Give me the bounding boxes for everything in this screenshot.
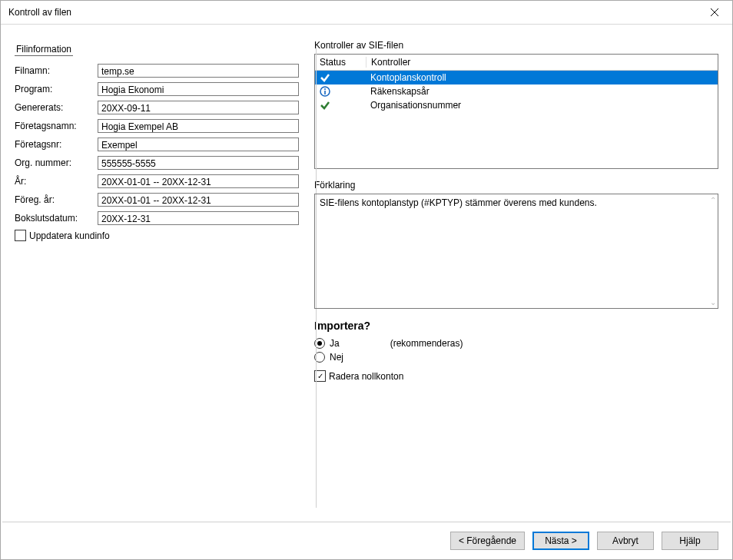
- form-row: Org. nummer:555555-5555: [15, 156, 299, 170]
- controls-listbox[interactable]: Status Kontroller KontoplanskontrollRäke…: [314, 54, 718, 169]
- svg-rect-4: [324, 91, 326, 94]
- form-value[interactable]: 20XX-12-31: [98, 211, 299, 225]
- file-info-header: Filinformation: [15, 43, 73, 56]
- next-button[interactable]: Nästa >: [532, 532, 589, 550]
- explain-box: SIE-filens kontoplanstyp (#KPTYP) stämme…: [314, 194, 718, 309]
- form-label: Genererats:: [15, 102, 98, 113]
- scroll-down-hint: ⌄: [710, 298, 716, 307]
- import-heading: Importera?: [314, 320, 718, 332]
- footer: < Föregående Nästa > Avbryt Hjälp: [1, 522, 732, 559]
- dialog-window: Kontroll av filen Filinformation Filnamn…: [0, 0, 733, 560]
- row-name: Räkenskapsår: [366, 86, 718, 97]
- import-recommended: (rekommenderas): [390, 338, 463, 349]
- form-row: År:20XX-01-01 -- 20XX-12-31: [15, 174, 299, 188]
- form-value[interactable]: Hogia Ekonomi: [98, 82, 299, 96]
- controls-list-header: Status Kontroller: [315, 55, 718, 71]
- form-value[interactable]: temp.se: [98, 64, 299, 78]
- check-icon: [320, 100, 330, 111]
- file-info-panel: Filinformation Filnamn:temp.seProgram:Ho…: [15, 40, 314, 514]
- controls-list-row[interactable]: Kontoplanskontroll: [315, 71, 718, 84]
- controls-panel: Kontroller av SIE-filen Status Kontrolle…: [314, 40, 718, 514]
- form-row: Bokslutsdatum:20XX-12-31: [15, 211, 299, 225]
- update-kundinfo-label: Uppdatera kundinfo: [29, 230, 110, 241]
- update-kundinfo-checkbox[interactable]: [15, 230, 26, 241]
- form-row: Program:Hogia Ekonomi: [15, 82, 299, 96]
- form-label: Föreg. år:: [15, 194, 98, 205]
- form-label: Program:: [15, 84, 98, 94]
- delete-zero-row[interactable]: ✓ Radera nollkonton: [314, 370, 718, 382]
- scroll-up-hint: ⌃: [710, 196, 716, 204]
- import-yes-row[interactable]: Ja (rekommenderas): [314, 338, 718, 349]
- svg-point-3: [324, 88, 326, 90]
- row-status: [315, 86, 366, 97]
- help-button[interactable]: Hjälp: [662, 532, 718, 550]
- form-label: Företagsnamn:: [15, 121, 98, 131]
- update-kundinfo-row[interactable]: Uppdatera kundinfo: [15, 230, 299, 241]
- controls-label: Kontroller av SIE-filen: [314, 40, 718, 51]
- row-name: Organisationsnummer: [366, 100, 718, 111]
- form-label: Bokslutsdatum:: [15, 213, 98, 224]
- form-value[interactable]: Hogia Exempel AB: [98, 119, 299, 133]
- row-name: Kontoplanskontroll: [366, 72, 718, 83]
- import-no-row[interactable]: Nej: [314, 352, 718, 363]
- close-button[interactable]: [697, 1, 732, 24]
- explain-text: SIE-filens kontoplanstyp (#KPTYP) stämme…: [320, 197, 597, 208]
- import-yes-label: Ja: [330, 338, 340, 349]
- dialog-body: Filinformation Filnamn:temp.seProgram:Ho…: [1, 25, 732, 522]
- cancel-button[interactable]: Avbryt: [597, 532, 654, 550]
- close-icon: [711, 8, 718, 16]
- form-value[interactable]: 555555-5555: [98, 156, 299, 170]
- form-value[interactable]: Exempel: [98, 138, 299, 151]
- form-row: Filnamn:temp.se: [15, 64, 299, 78]
- form-row: Föreg. år:20XX-01-01 -- 20XX-12-31: [15, 193, 299, 207]
- titlebar: Kontroll av filen: [1, 1, 732, 25]
- form-label: Filnamn:: [15, 65, 98, 76]
- window-title: Kontroll av filen: [1, 7, 697, 18]
- info-icon: [320, 86, 330, 97]
- controls-list-row[interactable]: Räkenskapsår: [315, 84, 718, 98]
- controls-list-row[interactable]: Organisationsnummer: [315, 98, 718, 112]
- import-no-label: Nej: [330, 352, 343, 363]
- form-row: Företagsnamn:Hogia Exempel AB: [15, 119, 299, 133]
- form-value[interactable]: 20XX-01-01 -- 20XX-12-31: [98, 174, 299, 188]
- col-name: Kontroller: [366, 57, 718, 68]
- form-value[interactable]: 20XX-09-11: [98, 101, 299, 114]
- col-status: Status: [315, 57, 366, 68]
- delete-zero-label: Radera nollkonton: [329, 371, 403, 382]
- form-row: Företagsnr:Exempel: [15, 138, 299, 151]
- form-value[interactable]: 20XX-01-01 -- 20XX-12-31: [98, 193, 299, 207]
- prev-button[interactable]: < Föregående: [450, 532, 525, 550]
- row-status: [315, 72, 366, 83]
- form-label: År:: [15, 176, 98, 187]
- form-row: Genererats:20XX-09-11: [15, 101, 299, 114]
- check-icon: [320, 72, 330, 83]
- explain-label: Förklaring: [314, 180, 718, 191]
- row-status: [315, 100, 366, 111]
- form-label: Org. nummer:: [15, 157, 98, 168]
- form-label: Företagsnr:: [15, 139, 98, 150]
